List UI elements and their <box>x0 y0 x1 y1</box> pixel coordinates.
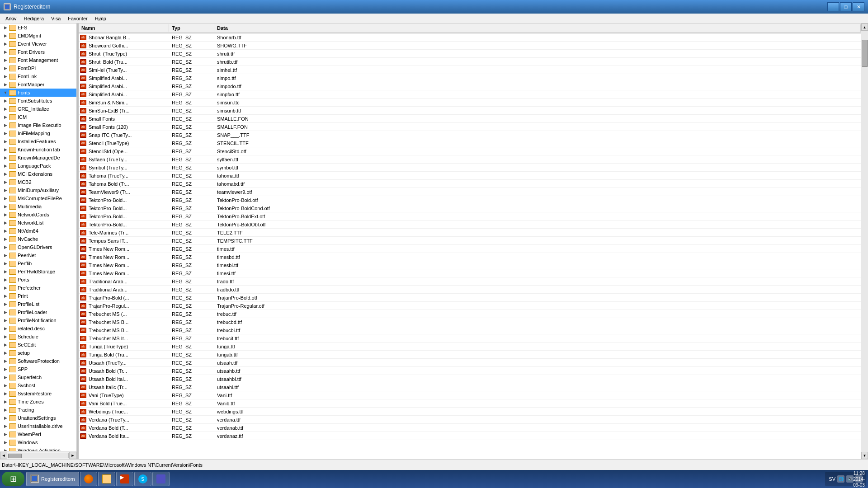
sidebar-item-print[interactable]: ▶Print <box>0 292 76 300</box>
sidebar-item-imagefileexecutio[interactable]: ▶Image File Executio <box>0 121 76 129</box>
sidebar-item-fontmapper[interactable]: ▶FontMapper <box>0 80 76 89</box>
table-row[interactable]: abTunga Bold (Tru...REG_SZtungab.ttf <box>79 351 861 359</box>
column-name[interactable]: Namn <box>79 24 169 32</box>
table-row[interactable]: abStencilStd (Ope...REG_SZStencilStd.otf <box>79 147 861 155</box>
sidebar-item-secedit[interactable]: ▶SeCEdit <box>0 341 76 349</box>
sidebar-item-fontdpi[interactable]: ▶FontDPI <box>0 64 76 72</box>
table-row[interactable]: abShowcard Gothi...REG_SZSHOWG.TTF <box>79 42 861 50</box>
sidebar-item-opengldrivers[interactable]: ▶OpenGLDrivers <box>0 243 76 251</box>
table-row[interactable]: abUtsaah Italic (Tr...REG_SZutsaahi.ttf <box>79 383 861 391</box>
sidebar-item-installedfeatures[interactable]: ▶InstalledFeatures <box>0 137 76 145</box>
table-row[interactable]: abTektonPro-Bold...REG_SZTektonPro-BoldE… <box>79 212 861 221</box>
column-data[interactable]: Data <box>214 24 861 32</box>
tray-volume-icon[interactable]: 🔊 <box>846 475 854 483</box>
sidebar-item-nvcache[interactable]: ▶NvCache <box>0 235 76 243</box>
table-row[interactable]: abTele-Marines (Tr...REG_SZTELE2.TTF <box>79 229 861 237</box>
table-row[interactable]: abVerdana Bold (T...REG_SZverdanab.ttf <box>79 424 861 432</box>
sidebar-item-systemrestore[interactable]: ▶SystemRestore <box>0 389 76 398</box>
table-row[interactable]: abShruti Bold (Tru...REG_SZshrutib.ttf <box>79 58 861 66</box>
minimize-button[interactable]: ─ <box>827 2 839 11</box>
sidebar-item-superfetch[interactable]: ▶Superfetch <box>0 373 76 381</box>
taskbar-skype[interactable]: S <box>134 472 151 486</box>
scroll-thumb[interactable] <box>862 40 868 67</box>
table-row[interactable]: abTahoma (TrueTy...REG_SZtahoma.ttf <box>79 172 861 180</box>
table-row[interactable]: abSymbol (TrueTy...REG_SZsymbol.ttf <box>79 164 861 172</box>
h-scroll-thumb[interactable] <box>8 454 22 458</box>
close-button[interactable]: ✕ <box>853 2 864 11</box>
table-row[interactable]: abTeamViewer9 (Tr...REG_SZteamviewer9.ot… <box>79 188 861 196</box>
scroll-up-button[interactable]: ▲ <box>861 23 868 31</box>
sidebar-item-profilenotification[interactable]: ▶ProfileNotification <box>0 316 76 324</box>
sidebar-item-multimedia[interactable]: ▶Multimedia <box>0 202 76 211</box>
sidebar-item-networklist[interactable]: ▶NetworkList <box>0 219 76 227</box>
table-row[interactable]: abSylfaen (TrueTy...REG_SZsylfaen.ttf <box>79 155 861 164</box>
table-row[interactable]: abWebdings (True...REG_SZwebdings.ttf <box>79 408 861 416</box>
table-row[interactable]: abTrajanPro-Bold (...REG_SZTrajanPro-Bol… <box>79 294 861 302</box>
taskbar-explorer[interactable] <box>98 472 115 486</box>
table-row[interactable]: abTimes New Rom...REG_SZtimesbi.ttf <box>79 261 861 269</box>
sidebar-item-icm[interactable]: ▶ICM <box>0 113 76 121</box>
table-row[interactable]: abVerdana Bold Ita...REG_SZverdanaz.ttf <box>79 432 861 440</box>
sidebar-item-efs[interactable]: ▶EFS <box>0 23 76 32</box>
sidebar-item-svchost[interactable]: ▶Svchost <box>0 381 76 389</box>
sidebar-item-knownmanagedde[interactable]: ▶KnownManagedDe <box>0 154 76 162</box>
table-row[interactable]: abSimplified Arabi...REG_SZsimpfxo.ttf <box>79 90 861 99</box>
sidebar-item-emdmgmt[interactable]: ▶EMDMgmt <box>0 32 76 40</box>
sidebar-item-userinstallabledrive[interactable]: ▶UserInstallable.drive <box>0 422 76 430</box>
table-row[interactable]: abSnap ITC (TrueTy...REG_SZSNAP___.TTF <box>79 131 861 139</box>
column-type[interactable]: Typ <box>169 24 214 32</box>
sidebar-item-wbemperf[interactable]: ▶WbemPerf <box>0 430 76 438</box>
scroll-down-button[interactable]: ▼ <box>861 452 868 459</box>
menu-item-redigera[interactable]: Redigera <box>20 15 47 22</box>
table-row[interactable]: abVani (TrueType)REG_SZVani.ttf <box>79 391 861 399</box>
sidebar-item-fonts[interactable]: ▼Fonts <box>0 89 76 97</box>
table-row[interactable]: abShruti (TrueType)REG_SZshruti.ttf <box>79 50 861 58</box>
table-row[interactable]: abTraditional Arab...REG_SZtrado.ttf <box>79 277 861 286</box>
table-row[interactable]: abTimes New Rom...REG_SZtimesi.ttf <box>79 269 861 277</box>
sidebar-item-spp[interactable]: ▶SPP <box>0 365 76 373</box>
table-row[interactable]: abTrebuchet MS (...REG_SZtrebuc.ttf <box>79 310 861 318</box>
table-row[interactable]: abSmall FontsREG_SZSMALLE.FON <box>79 115 861 123</box>
menu-item-visa[interactable]: Visa <box>47 15 64 22</box>
table-row[interactable]: abTimes New Rom...REG_SZtimesbd.ttf <box>79 253 861 261</box>
sidebar-item-perflib[interactable]: ▶Perflib <box>0 259 76 267</box>
table-row[interactable]: abTunga (TrueType)REG_SZtunga.ttf <box>79 343 861 351</box>
sidebar-item-mcb2[interactable]: ▶MCB2 <box>0 178 76 186</box>
sidebar-item-knownfunctiontab[interactable]: ▶KnownFunctionTab <box>0 145 76 154</box>
sidebar-item-softwareprotection[interactable]: ▶SoftwareProtection <box>0 357 76 365</box>
sidebar-item-networkcards[interactable]: ▶NetworkCards <box>0 211 76 219</box>
sidebar-item-tracing[interactable]: ▶Tracing <box>0 406 76 414</box>
taskbar-firefox[interactable] <box>80 472 97 486</box>
sidebar-item-ports[interactable]: ▶Ports <box>0 276 76 284</box>
sidebar-item-minidumpauxiliary[interactable]: ▶MiniDumpAuxiliary <box>0 186 76 194</box>
table-row[interactable]: abUtsaah Bold (Tr...REG_SZutsaahb.ttf <box>79 367 861 375</box>
table-row[interactable]: abSmall Fonts (120)REG_SZSMALLF.FON <box>79 123 861 131</box>
sidebar-item-eventviewer[interactable]: ▶Event Viewer <box>0 40 76 48</box>
scroll-left-button[interactable]: ◄ <box>0 452 7 459</box>
sidebar-item-ntvdm64[interactable]: ▶NtVdm64 <box>0 227 76 235</box>
table-row[interactable]: abTrebuchet MS B...REG_SZtrebucbd.ttf <box>79 318 861 326</box>
table-row[interactable]: abSimSun-ExtB (Tr...REG_SZsimsunb.ttf <box>79 107 861 115</box>
sidebar-item-fontmanagement[interactable]: ▶Font Management <box>0 56 76 64</box>
sidebar-item-fontlink[interactable]: ▶FontLink <box>0 72 76 80</box>
table-row[interactable]: abTempus Sans IT...REG_SZTEMPSITC.TTF <box>79 237 861 245</box>
table-row[interactable]: abTrajanPro-Regul...REG_SZTrajanPro-Regu… <box>79 302 861 310</box>
table-row[interactable]: abTahoma Bold (Tr...REG_SZtahomabd.ttf <box>79 180 861 188</box>
sidebar-item-setup[interactable]: ▶setup <box>0 349 76 357</box>
menu-item-hjalp[interactable]: Hjälp <box>91 15 110 22</box>
table-row[interactable]: abUtsaah (TrueTy...REG_SZutsaah.ttf <box>79 359 861 367</box>
sidebar-item-perfhwldstorage[interactable]: ▶PerfHwldStorage <box>0 267 76 276</box>
taskbar-app[interactable] <box>152 472 170 486</box>
table-row[interactable]: abTektonPro-Bold...REG_SZTektonPro-BoldC… <box>79 204 861 212</box>
sidebar-item-greinitialize[interactable]: ▶GRE_Initialize <box>0 105 76 113</box>
sidebar-item-fontsubstitutes[interactable]: ▶FontSubstitutes <box>0 97 76 105</box>
maximize-button[interactable]: □ <box>840 2 852 11</box>
table-row[interactable]: abVani Bold (True...REG_SZVanib.ttf <box>79 399 861 408</box>
sidebar-item-windows[interactable]: ▶Windows <box>0 438 76 446</box>
sidebar-item-unattendsettings[interactable]: ▶UnattendSettings <box>0 414 76 422</box>
table-row[interactable]: abTrebuchet MS B...REG_SZtrebucbi.ttf <box>79 326 861 334</box>
table-row[interactable]: abTraditional Arab...REG_SZtradbdo.ttf <box>79 286 861 294</box>
table-row[interactable]: abSimSun & NSim...REG_SZsimsun.ttc <box>79 99 861 107</box>
table-row[interactable]: abTektonPro-Bold...REG_SZTektonPro-BoldO… <box>79 221 861 229</box>
table-row[interactable]: abVerdana (TrueTy...REG_SZverdana.ttf <box>79 416 861 424</box>
